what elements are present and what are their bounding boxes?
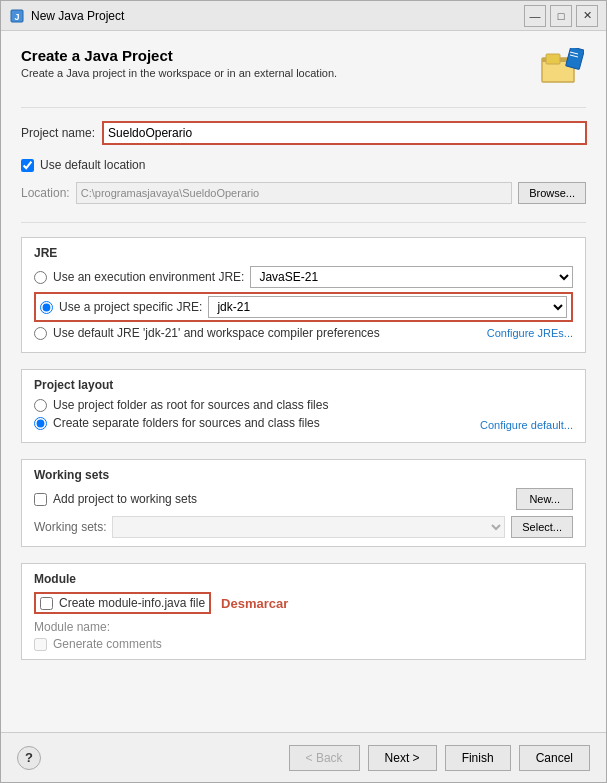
project-name-row: Project name:: [21, 122, 586, 144]
layout-option2-row: Create separate folders for sources and …: [34, 416, 573, 434]
add-working-set-label: Add project to working sets: [53, 492, 197, 506]
dialog-title: Create a Java Project: [21, 47, 337, 64]
working-sets-input-row: Working sets: Select...: [34, 516, 573, 538]
select-working-set-button[interactable]: Select...: [511, 516, 573, 538]
create-module-checkbox[interactable]: [40, 597, 53, 610]
working-sets-title: Working sets: [34, 468, 573, 482]
jre-env-dropdown[interactable]: JavaSE-21: [250, 266, 573, 288]
module-first-row: Create module-info.java file Desmarcar: [34, 592, 573, 614]
project-name-input[interactable]: [103, 122, 586, 144]
header-section: Create a Java Project Create a Java proj…: [21, 47, 586, 87]
project-layout-title: Project layout: [34, 378, 573, 392]
window-title: New Java Project: [31, 9, 518, 23]
footer-right: < Back Next > Finish Cancel: [289, 745, 590, 771]
dialog-footer: ? < Back Next > Finish Cancel: [1, 732, 606, 782]
generate-comments-label: Generate comments: [53, 637, 162, 651]
titlebar: J New Java Project — □ ✕: [1, 1, 606, 31]
use-default-label: Use default location: [40, 158, 145, 172]
generate-comments-row: Generate comments: [34, 637, 573, 651]
jre-option1-radio[interactable]: [34, 271, 47, 284]
layout-option1-label: Use project folder as root for sources a…: [53, 398, 328, 412]
jre-section: JRE Use an execution environment JRE: Ja…: [21, 237, 586, 353]
project-name-label: Project name:: [21, 126, 95, 140]
layout-option1-row: Use project folder as root for sources a…: [34, 398, 573, 412]
add-working-set-row: Add project to working sets: [34, 492, 510, 506]
jre-option2-radio[interactable]: [40, 301, 53, 314]
working-sets-dropdown: [112, 516, 505, 538]
finish-button[interactable]: Finish: [445, 745, 511, 771]
add-working-set-checkbox[interactable]: [34, 493, 47, 506]
configure-jres-link[interactable]: Configure JREs...: [487, 327, 573, 339]
window-icon: J: [9, 8, 25, 24]
jre-option1-row: Use an execution environment JRE: JavaSE…: [34, 266, 573, 288]
main-window: J New Java Project — □ ✕ Create a Java P…: [0, 0, 607, 783]
back-button[interactable]: < Back: [289, 745, 360, 771]
header-text: Create a Java Project Create a Java proj…: [21, 47, 337, 79]
jre-option2-row: Use a project specific JRE: jdk-21: [34, 292, 573, 322]
create-module-label: Create module-info.java file: [59, 596, 205, 610]
window-controls: — □ ✕: [524, 5, 598, 27]
generate-comments-checkbox: [34, 638, 47, 651]
next-button[interactable]: Next >: [368, 745, 437, 771]
jre-option2-label: Use a project specific JRE:: [59, 300, 202, 314]
module-name-label: Module name:: [34, 620, 573, 634]
layout-option2-label: Create separate folders for sources and …: [53, 416, 320, 430]
browse-button[interactable]: Browse...: [518, 182, 586, 204]
jre-specific-dropdown[interactable]: jdk-21: [208, 296, 567, 318]
dialog-content: Create a Java Project Create a Java proj…: [1, 31, 606, 732]
use-default-checkbox[interactable]: [21, 159, 34, 172]
location-label: Location:: [21, 186, 70, 200]
footer-left: ?: [17, 746, 41, 770]
jre-title: JRE: [34, 246, 573, 260]
svg-rect-5: [566, 48, 584, 69]
jre-option3-radio[interactable]: [34, 327, 47, 340]
project-layout-section: Project layout Use project folder as roo…: [21, 369, 586, 443]
maximize-button[interactable]: □: [550, 5, 572, 27]
working-sets-section: Working sets Add project to working sets…: [21, 459, 586, 547]
location-input: [76, 182, 512, 204]
layout-option1-radio[interactable]: [34, 399, 47, 412]
configure-default-link[interactable]: Configure default...: [480, 419, 573, 431]
module-title: Module: [34, 572, 573, 586]
jre-option1-label: Use an execution environment JRE:: [53, 270, 244, 284]
layout-option2-inner: Create separate folders for sources and …: [34, 416, 480, 430]
desmarcar-label: Desmarcar: [221, 596, 288, 611]
working-sets-add-row: Add project to working sets New...: [34, 488, 573, 510]
dialog-subtitle: Create a Java project in the workspace o…: [21, 67, 337, 79]
module-section: Module Create module-info.java file Desm…: [21, 563, 586, 660]
working-sets-label: Working sets:: [34, 520, 106, 534]
jre-option3-label: Use default JRE 'jdk-21' and workspace c…: [53, 326, 380, 340]
location-row: Location: Browse...: [21, 182, 586, 204]
module-checkbox-container: Create module-info.java file: [34, 592, 211, 614]
cancel-button[interactable]: Cancel: [519, 745, 590, 771]
jre-option3-row: Use default JRE 'jdk-21' and workspace c…: [34, 326, 573, 340]
layout-option2-radio[interactable]: [34, 417, 47, 430]
header-icon: [538, 47, 586, 87]
minimize-button[interactable]: —: [524, 5, 546, 27]
svg-text:J: J: [14, 12, 19, 22]
svg-rect-4: [546, 54, 560, 64]
close-button[interactable]: ✕: [576, 5, 598, 27]
new-working-set-button[interactable]: New...: [516, 488, 573, 510]
default-location-row: Use default location: [21, 158, 586, 172]
help-button[interactable]: ?: [17, 746, 41, 770]
